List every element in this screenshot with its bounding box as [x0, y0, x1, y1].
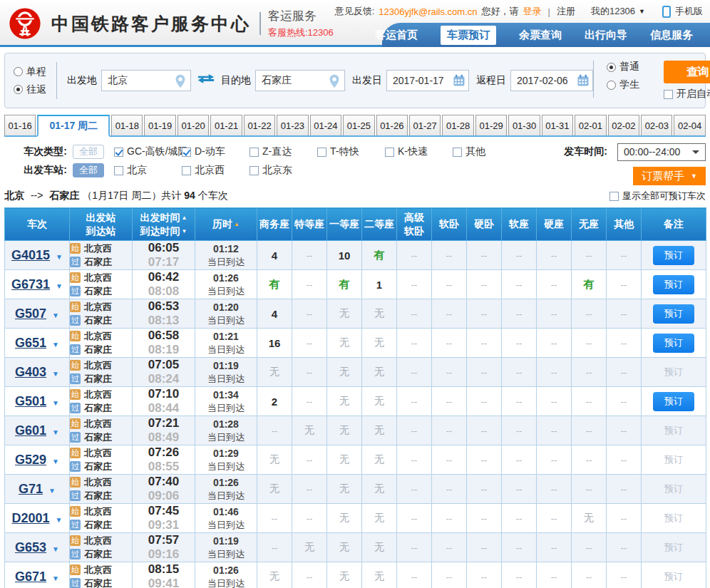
- train-number-link[interactable]: G671: [15, 569, 46, 584]
- sort-asc-icon[interactable]: ▲: [182, 211, 187, 225]
- register-link[interactable]: 注册: [557, 5, 575, 18]
- mobile-version-link[interactable]: 手机版: [675, 5, 703, 18]
- chevron-down-icon[interactable]: ▼: [56, 253, 63, 261]
- chevron-down-icon[interactable]: ▼: [56, 282, 63, 290]
- date-tab[interactable]: 01-30: [508, 115, 540, 135]
- train-number-link[interactable]: G4015: [11, 248, 50, 262]
- date-tab[interactable]: 01-20: [178, 115, 209, 135]
- book-button[interactable]: 预订: [653, 246, 694, 265]
- station-filter[interactable]: 北京西: [182, 164, 249, 177]
- date-tab[interactable]: 01-25: [343, 115, 374, 135]
- date-tab[interactable]: 01-17 周二: [37, 115, 110, 137]
- login-link[interactable]: 登录: [523, 5, 542, 18]
- column-header[interactable]: 历时▲: [195, 208, 257, 241]
- chevron-down-icon[interactable]: ▼: [48, 487, 56, 495]
- column-header[interactable]: 商务座: [257, 208, 292, 241]
- date-tab[interactable]: 01-26: [376, 115, 408, 135]
- train-number-link[interactable]: D2001: [12, 511, 50, 525]
- date-tab[interactable]: 01-31: [542, 115, 573, 135]
- column-header[interactable]: 出发时间▲到达时间▼: [133, 208, 195, 241]
- train-number-link[interactable]: G403: [15, 365, 46, 379]
- column-header[interactable]: 一等座: [327, 208, 362, 241]
- train-type-filter[interactable]: Z-直达: [249, 145, 317, 158]
- chevron-down-icon[interactable]: ▼: [52, 428, 59, 436]
- chevron-down-icon[interactable]: ▼: [52, 574, 59, 582]
- column-header[interactable]: 车次: [5, 208, 70, 241]
- date-tab[interactable]: 01-27: [409, 115, 441, 135]
- station-all-button[interactable]: 全部: [73, 163, 104, 177]
- train-type-filter[interactable]: D-动车: [182, 145, 249, 158]
- train-number-link[interactable]: G507: [15, 306, 46, 321]
- date-tab[interactable]: 01-21: [210, 115, 242, 135]
- swap-stations-icon[interactable]: [197, 73, 215, 88]
- feedback-email-link[interactable]: 12306yjfk@rails.com.cn: [379, 6, 477, 17]
- train-number-link[interactable]: G601: [15, 423, 46, 438]
- chevron-down-icon[interactable]: ▼: [56, 516, 63, 524]
- train-number-link[interactable]: G501: [15, 394, 46, 408]
- train-number-link[interactable]: G71: [19, 482, 43, 496]
- column-header[interactable]: 硬卧: [467, 208, 502, 241]
- chevron-down-icon[interactable]: ▼: [52, 311, 59, 319]
- date-tab[interactable]: 02-01: [575, 115, 606, 135]
- train-type-filter[interactable]: 其他: [453, 145, 520, 158]
- column-header[interactable]: 二等座: [362, 208, 397, 241]
- nav-item[interactable]: 余票查询: [519, 29, 562, 42]
- train-number-link[interactable]: G651: [15, 336, 46, 350]
- station-filter[interactable]: 北京东: [249, 164, 317, 177]
- date-tab[interactable]: 01-29: [475, 115, 507, 135]
- chevron-down-icon[interactable]: ▼: [52, 341, 59, 349]
- column-header[interactable]: 软座: [502, 208, 537, 241]
- column-header[interactable]: 软卧: [432, 208, 467, 241]
- column-header[interactable]: 无座: [572, 208, 607, 241]
- column-header[interactable]: 高级软卧: [397, 208, 432, 241]
- train-number-link[interactable]: G653: [15, 540, 46, 555]
- date-tab[interactable]: 02-04: [674, 115, 705, 135]
- date-tab[interactable]: 02-02: [608, 115, 639, 135]
- column-header[interactable]: 特等座: [292, 208, 327, 241]
- passenger-type-option[interactable]: 普通: [607, 61, 639, 73]
- trip-type-option[interactable]: 单程: [14, 66, 46, 78]
- auto-query-checkbox[interactable]: 开启自动查询: [664, 88, 710, 100]
- train-number-link[interactable]: G6731: [11, 277, 50, 292]
- date-tab[interactable]: 01-23: [277, 115, 308, 135]
- chevron-down-icon[interactable]: ▼: [52, 370, 59, 378]
- train-number-link[interactable]: G529: [15, 453, 46, 467]
- date-tab[interactable]: 01-22: [244, 115, 275, 135]
- passenger-type-option[interactable]: 学生: [607, 78, 639, 91]
- train-type-filter[interactable]: K-快速: [385, 145, 453, 158]
- column-header[interactable]: 出发站到达站: [70, 208, 133, 241]
- show-all-bookable-checkbox[interactable]: 显示全部可预订车次: [609, 190, 706, 202]
- date-tab[interactable]: 02-03: [641, 115, 672, 135]
- column-header[interactable]: 硬座: [537, 208, 572, 241]
- query-button[interactable]: 查询: [664, 61, 710, 83]
- book-button[interactable]: 预订: [653, 392, 694, 411]
- nav-item[interactable]: 客运首页: [375, 29, 418, 42]
- my-12306-menu[interactable]: 我的12306 ▼: [591, 5, 645, 18]
- book-button[interactable]: 预订: [653, 334, 694, 353]
- date-tab[interactable]: 01-18: [111, 115, 143, 135]
- book-button[interactable]: 预订: [653, 304, 694, 324]
- station-filter[interactable]: 北京: [114, 164, 182, 177]
- trip-type-option[interactable]: 往返: [14, 83, 46, 96]
- booking-helper-button[interactable]: 订票帮手 ▼: [633, 167, 706, 185]
- train-type-filter[interactable]: T-特快: [317, 145, 385, 158]
- depart-date-input[interactable]: 2017-01-17: [386, 70, 469, 91]
- date-tab[interactable]: 01-19: [144, 115, 175, 135]
- column-header[interactable]: 其他: [607, 208, 642, 241]
- nav-item[interactable]: 信息服务: [650, 29, 693, 42]
- book-button[interactable]: 预订: [653, 275, 694, 294]
- chevron-down-icon[interactable]: ▼: [52, 458, 59, 465]
- type-all-button[interactable]: 全部: [73, 145, 104, 159]
- sort-asc-icon[interactable]: ▲: [234, 217, 240, 231]
- chevron-down-icon[interactable]: ▼: [52, 545, 59, 553]
- date-tab[interactable]: 01-16: [4, 115, 36, 135]
- chevron-down-icon[interactable]: ▼: [52, 399, 59, 407]
- date-tab[interactable]: 01-28: [442, 115, 473, 135]
- nav-item[interactable]: 车票预订: [441, 26, 496, 45]
- date-tab[interactable]: 01-24: [310, 115, 341, 135]
- sort-desc-icon[interactable]: ▼: [182, 225, 187, 238]
- from-station-input[interactable]: 北京: [101, 70, 191, 91]
- train-type-filter[interactable]: GC-高铁/城际: [114, 145, 182, 158]
- depart-time-select[interactable]: 00:00--24:00: [617, 143, 706, 161]
- to-station-input[interactable]: 石家庄: [255, 70, 345, 91]
